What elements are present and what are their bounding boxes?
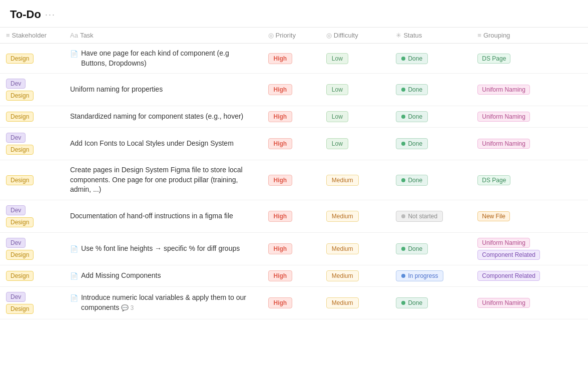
stakeholder-tag-design[interactable]: Design	[6, 304, 34, 314]
page-wrapper: To-Do ··· ≡Stakeholder AaTask ◎Priority …	[0, 0, 588, 319]
difficulty-badge[interactable]: Medium	[326, 243, 359, 254]
task-doc-icon: 📄	[70, 272, 78, 281]
stakeholder-tag-dev[interactable]: Dev	[6, 133, 26, 143]
col-stakeholder: ≡Stakeholder	[0, 28, 64, 44]
difficulty-badge[interactable]: Low	[326, 84, 348, 95]
status-badge[interactable]: Done	[396, 243, 428, 254]
col-difficulty: ◎Difficulty	[320, 28, 390, 44]
grouping-badge[interactable]: Uniform Naming	[477, 85, 530, 95]
status-cell: Done	[390, 286, 471, 319]
difficulty-badge[interactable]: Medium	[326, 211, 359, 222]
grouping-badge[interactable]: Uniform Naming	[477, 238, 530, 248]
status-cell: Not started	[390, 200, 471, 232]
grouping-badge[interactable]: DS Page	[477, 54, 510, 64]
status-badge[interactable]: Done	[396, 84, 428, 95]
status-badge[interactable]: Done	[396, 297, 428, 308]
task-col-icon: Aa	[70, 32, 78, 39]
stakeholder-cell: DevDesign	[0, 286, 64, 319]
stakeholder-tag-design[interactable]: Design	[6, 112, 34, 122]
priority-cell: High	[262, 232, 320, 265]
stakeholder-tag-design[interactable]: Design	[6, 271, 34, 281]
grouping-col-icon: ≡	[477, 32, 481, 39]
priority-badge[interactable]: High	[268, 84, 293, 95]
difficulty-badge[interactable]: Low	[326, 111, 348, 122]
table-row[interactable]: DevDesign📄Use % font line heights → spec…	[0, 232, 588, 265]
status-dot	[401, 88, 405, 92]
title-dots-menu[interactable]: ···	[45, 10, 56, 20]
difficulty-cell: Medium	[320, 265, 390, 286]
page-title-row: To-Do ···	[0, 8, 588, 27]
grouping-badge[interactable]: Uniform Naming	[477, 112, 530, 122]
difficulty-badge[interactable]: Low	[326, 53, 348, 64]
priority-badge[interactable]: High	[268, 175, 293, 186]
priority-cell: High	[262, 128, 320, 160]
grouping-badge[interactable]: New File	[477, 211, 510, 221]
stakeholder-tag-dev[interactable]: Dev	[6, 292, 26, 302]
grouping-cell: Uniform Naming	[471, 286, 588, 319]
priority-badge[interactable]: High	[268, 243, 293, 254]
stakeholder-tag-dev[interactable]: Dev	[6, 79, 26, 89]
grouping-cell: Uniform Naming	[471, 128, 588, 160]
priority-badge[interactable]: High	[268, 53, 293, 64]
grouping-badge[interactable]: DS Page	[477, 175, 510, 185]
difficulty-badge[interactable]: Medium	[326, 270, 359, 281]
task-doc-icon: 📄	[70, 294, 78, 303]
status-dot	[401, 274, 405, 278]
stakeholder-tag-design[interactable]: Design	[6, 217, 34, 227]
status-badge[interactable]: Done	[396, 138, 428, 149]
table-row[interactable]: DesignCreate pages in Design System Figm…	[0, 160, 588, 200]
priority-badge[interactable]: High	[268, 270, 293, 281]
difficulty-badge[interactable]: Medium	[326, 297, 359, 308]
grouping-badge[interactable]: Component Related	[477, 250, 540, 260]
stakeholder-tag-design[interactable]: Design	[6, 145, 34, 155]
stakeholder-tag-dev[interactable]: Dev	[6, 238, 26, 248]
task-text: Add Icon Fonts to Local Styles under Des…	[70, 139, 256, 149]
difficulty-badge[interactable]: Low	[326, 138, 348, 149]
table-row[interactable]: DevDesignDocumentation of hand-off instr…	[0, 200, 588, 232]
status-cell: Done	[390, 74, 471, 106]
status-badge[interactable]: In progress	[396, 270, 443, 281]
priority-badge[interactable]: High	[268, 297, 293, 308]
difficulty-cell: Medium	[320, 200, 390, 232]
priority-badge[interactable]: High	[268, 111, 293, 122]
table-row[interactable]: DevDesignAdd Icon Fonts to Local Styles …	[0, 128, 588, 160]
table-row[interactable]: DesignStandardized naming for component …	[0, 106, 588, 128]
stakeholder-tag-design[interactable]: Design	[6, 250, 34, 260]
status-cell: Done	[390, 44, 471, 74]
grouping-badge[interactable]: Uniform Naming	[477, 139, 530, 149]
task-cell: Add Icon Fonts to Local Styles under Des…	[64, 128, 262, 160]
task-cell: 📄Add Missing Components	[64, 265, 262, 286]
difficulty-cell: Low	[320, 74, 390, 106]
priority-badge[interactable]: High	[268, 211, 293, 222]
table-row[interactable]: DevDesign📄Introduce numeric local variab…	[0, 286, 588, 319]
priority-badge[interactable]: High	[268, 138, 293, 149]
status-badge[interactable]: Done	[396, 175, 428, 186]
task-cell: Uniform naming for properties	[64, 74, 262, 106]
grouping-cell: Component Related	[471, 265, 588, 286]
stakeholder-tag-design[interactable]: Design	[6, 54, 34, 64]
status-cell: In progress	[390, 265, 471, 286]
status-badge[interactable]: Done	[396, 111, 428, 122]
status-dot	[401, 142, 405, 146]
status-badge[interactable]: Not started	[396, 211, 443, 222]
task-text: Use % font line heights → specific % for…	[81, 244, 256, 254]
difficulty-cell: Medium	[320, 160, 390, 200]
grouping-badge[interactable]: Component Related	[477, 271, 540, 281]
stakeholder-tag-dev[interactable]: Dev	[6, 205, 26, 215]
stakeholder-cell: Design	[0, 44, 64, 74]
difficulty-badge[interactable]: Medium	[326, 175, 359, 186]
col-status: ✳Status	[390, 28, 471, 44]
status-cell: Done	[390, 160, 471, 200]
stakeholder-tag-design[interactable]: Design	[6, 91, 34, 101]
table-row[interactable]: Design📄Add Missing ComponentsHighMediumI…	[0, 265, 588, 286]
col-task: AaTask	[64, 28, 262, 44]
task-cell: 📄Introduce numeric local variables & app…	[64, 286, 262, 319]
status-dot	[401, 115, 405, 119]
grouping-badge[interactable]: Uniform Naming	[477, 298, 530, 308]
table-row[interactable]: DevDesignUniform naming for propertiesHi…	[0, 74, 588, 106]
table-row[interactable]: Design📄Have one page for each kind of co…	[0, 44, 588, 74]
stakeholder-tag-design[interactable]: Design	[6, 175, 34, 185]
col-priority: ◎Priority	[262, 28, 320, 44]
stakeholder-cell: DevDesign	[0, 74, 64, 106]
status-badge[interactable]: Done	[396, 53, 428, 64]
